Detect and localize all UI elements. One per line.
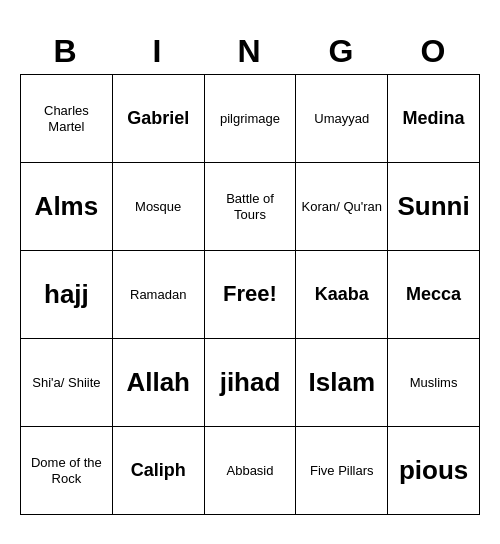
bingo-card: BINGO Charles MartelGabrielpilgrimageUma… bbox=[20, 29, 480, 515]
bingo-cell-14: Mecca bbox=[388, 251, 480, 339]
bingo-cell-19: Muslims bbox=[388, 339, 480, 427]
bingo-cell-22: Abbasid bbox=[205, 427, 297, 515]
bingo-cell-20: Dome of the Rock bbox=[21, 427, 113, 515]
bingo-cell-2: pilgrimage bbox=[205, 75, 297, 163]
bingo-cell-1: Gabriel bbox=[113, 75, 205, 163]
bingo-cell-8: Koran/ Qu'ran bbox=[296, 163, 388, 251]
bingo-cell-0: Charles Martel bbox=[21, 75, 113, 163]
bingo-grid: Charles MartelGabrielpilgrimageUmayyadMe… bbox=[20, 74, 480, 515]
bingo-cell-5: Alms bbox=[21, 163, 113, 251]
bingo-cell-18: Islam bbox=[296, 339, 388, 427]
bingo-cell-3: Umayyad bbox=[296, 75, 388, 163]
header-letter: N bbox=[204, 29, 296, 74]
header-letter: B bbox=[20, 29, 112, 74]
bingo-cell-9: Sunni bbox=[388, 163, 480, 251]
bingo-cell-7: Battle of Tours bbox=[205, 163, 297, 251]
bingo-cell-13: Kaaba bbox=[296, 251, 388, 339]
bingo-cell-12: Free! bbox=[205, 251, 297, 339]
bingo-header: BINGO bbox=[20, 29, 480, 74]
bingo-cell-6: Mosque bbox=[113, 163, 205, 251]
bingo-cell-11: Ramadan bbox=[113, 251, 205, 339]
bingo-cell-23: Five Pillars bbox=[296, 427, 388, 515]
bingo-cell-16: Allah bbox=[113, 339, 205, 427]
bingo-cell-4: Medina bbox=[388, 75, 480, 163]
bingo-cell-24: pious bbox=[388, 427, 480, 515]
bingo-cell-15: Shi'a/ Shiite bbox=[21, 339, 113, 427]
bingo-cell-21: Caliph bbox=[113, 427, 205, 515]
bingo-cell-17: jihad bbox=[205, 339, 297, 427]
header-letter: O bbox=[388, 29, 480, 74]
bingo-cell-10: hajj bbox=[21, 251, 113, 339]
header-letter: I bbox=[112, 29, 204, 74]
header-letter: G bbox=[296, 29, 388, 74]
